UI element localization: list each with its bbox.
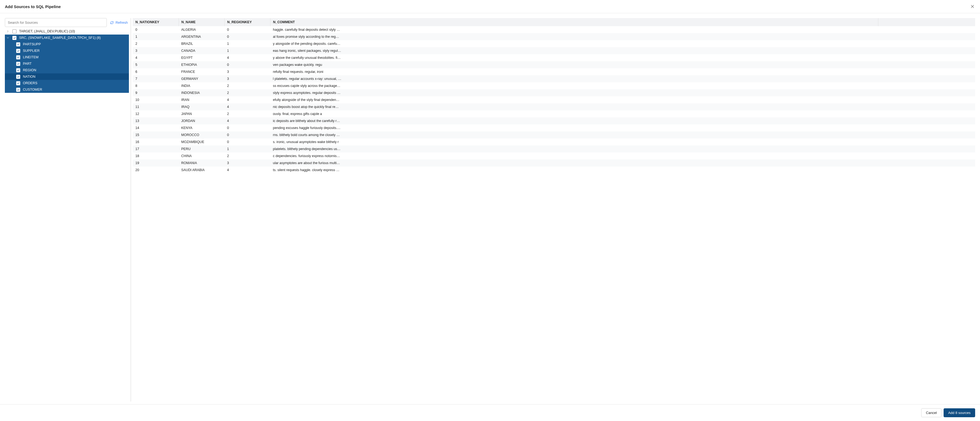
checkbox[interactable] [16,75,20,79]
column-header[interactable]: N_NATIONKEY [133,18,178,26]
tree-node-label: SRC, (SNOWFLAKE_SAMPLE_DATA.TPCH_SF1) (8… [19,36,100,40]
tree-node-label: LINEITEM [23,55,38,59]
table-row[interactable]: 6FRANCE3refully final requests. regular,… [133,68,975,75]
column-header-spacer [878,18,975,26]
table-row[interactable]: 20SAUDI ARABIA4ts. silent requests haggl… [133,166,975,174]
column-header[interactable]: N_REGIONKEY [224,18,270,26]
table-cell: 10 [133,96,178,104]
table-cell-spacer [878,75,975,82]
table-cell: CANADA [178,47,224,54]
tree-node-parent[interactable]: SRC, (SNOWFLAKE_SAMPLE_DATA.TPCH_SF1) (8… [5,35,129,41]
table-cell-spacer [878,96,975,104]
table-row[interactable]: 9INDONESIA2slyly express asymptotes. reg… [133,89,975,96]
tree-toolbar: Refresh [5,18,129,27]
checkbox[interactable] [16,68,20,72]
tree-node-label: ORDERS [23,81,37,85]
table-cell: y above the carefully unusual theodolite… [270,54,878,61]
checkbox[interactable] [16,88,20,92]
tree-node-label: SUPPLIER [23,49,40,53]
table-row[interactable]: 10IRAN4efully alongside of the slyly fin… [133,96,975,104]
search-wrap [5,18,107,27]
column-header[interactable]: N_COMMENT [270,18,878,26]
chevron-down-icon[interactable] [6,36,10,40]
table-cell: 1 [224,145,270,153]
table-row[interactable]: 4EGYPT4y above the carefully unusual the… [133,54,975,61]
tree-node-child[interactable]: ORDERS [5,80,129,86]
search-input[interactable] [5,18,107,27]
table-cell: PERU [178,145,224,153]
column-header[interactable]: N_NAME [178,18,224,26]
add-sources-button[interactable]: Add 8 sources [943,408,975,417]
table-row[interactable]: 0ALGERIA0haggle. carefully final deposit… [133,26,975,33]
table-cell: ular asymptotes are about the furious mu… [270,159,878,166]
preview-header-row: N_NATIONKEYN_NAMEN_REGIONKEYN_COMMENT [133,18,975,26]
tree-node-child[interactable]: LINEITEM [5,54,129,61]
table-cell: 4 [224,166,270,174]
checkbox[interactable] [16,81,20,85]
table-cell: 0 [224,124,270,131]
checkbox[interactable] [16,49,20,53]
preview-body: 0ALGERIA0haggle. carefully final deposit… [133,26,975,174]
table-row[interactable]: 8INDIA2ss excuses cajole slyly across th… [133,82,975,89]
table-cell: 8 [133,82,178,89]
table-cell: 11 [133,104,178,110]
table-cell: FRANCE [178,68,224,75]
checkbox[interactable] [16,42,20,46]
table-row[interactable]: 13JORDAN4ic deposits are blithely about … [133,117,975,124]
table-row[interactable]: 19ROMANIA3ular asymptotes are about the … [133,159,975,166]
table-cell: 3 [133,47,178,54]
table-row[interactable]: 14KENYA0pending excuses haggle furiously… [133,124,975,131]
tree-node-child[interactable]: PARTSUPP [5,41,129,48]
tree-node-child[interactable]: SUPPLIER [5,48,129,54]
table-cell-spacer [878,131,975,139]
table-cell-spacer [878,33,975,40]
table-cell: MOROCCO [178,131,224,139]
table-row[interactable]: 2BRAZIL1y alongside of the pending depos… [133,40,975,47]
table-cell: 2 [224,153,270,159]
tree-node-parent[interactable]: TARGET, (JHALL_DEV.PUBLIC) (10) [5,28,129,35]
close-button[interactable] [970,4,975,9]
table-cell: 2 [224,82,270,89]
table-row[interactable]: 3CANADA1eas hang ironic, silent packages… [133,47,975,54]
table-cell-spacer [878,166,975,174]
table-cell: 17 [133,145,178,153]
table-cell: 2 [224,89,270,96]
cancel-button[interactable]: Cancel [921,408,941,417]
table-row[interactable]: 12JAPAN2ously. final, express gifts cajo… [133,110,975,117]
chevron-right-icon[interactable] [6,29,10,33]
table-row[interactable]: 17PERU1platelets. blithely pending depen… [133,145,975,153]
close-icon [970,4,975,9]
table-cell: 9 [133,89,178,96]
table-row[interactable]: 11IRAQ4nic deposits boost atop the quick… [133,104,975,110]
table-row[interactable]: 7GERMANY3l platelets. regular accounts x… [133,75,975,82]
table-row[interactable]: 16MOZAMBIQUE0s. ironic, unusual asymptot… [133,139,975,145]
tree-node-child[interactable]: REGION [5,67,129,73]
checkbox[interactable] [13,29,16,33]
table-cell: 5 [133,61,178,68]
modal-body: Refresh TARGET, (JHALL_DEV.PUBLIC) (10)S… [0,13,980,404]
tree-node-child[interactable]: CUSTOMER [5,86,129,93]
table-cell-spacer [878,139,975,145]
pane-divider [130,18,131,402]
table-cell: 14 [133,124,178,131]
table-cell: KENYA [178,124,224,131]
table-row[interactable]: 15MOROCCO0rns. blithely bold courts amon… [133,131,975,139]
table-cell-spacer [878,47,975,54]
checkbox[interactable] [13,36,16,40]
modal-title: Add Sources to SQL Pipeline [5,4,60,9]
table-row[interactable]: 5ETHIOPIA0ven packages wake quickly. reg… [133,61,975,68]
table-cell: 4 [224,54,270,61]
table-row[interactable]: 18CHINA2c dependencies. furiously expres… [133,153,975,159]
tree-node-child[interactable]: PART [5,61,129,67]
checkbox[interactable] [16,62,20,66]
table-cell-spacer [878,117,975,124]
refresh-button[interactable]: Refresh [109,19,129,26]
table-cell: eas hang ironic, silent packages. slyly … [270,47,878,54]
checkbox[interactable] [16,55,20,59]
table-cell: 16 [133,139,178,145]
table-row[interactable]: 1ARGENTINA0al foxes promise slyly accord… [133,33,975,40]
tree-node-label: CUSTOMER [23,88,42,91]
table-cell: JORDAN [178,117,224,124]
table-cell: INDIA [178,82,224,89]
tree-node-child[interactable]: NATION [5,73,129,80]
